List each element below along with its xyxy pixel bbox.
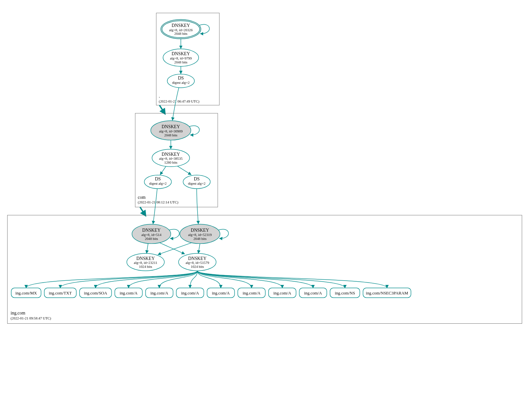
ing-ksk2-node: DNSKEY alg=8, id=52319 2048 bits xyxy=(180,224,220,244)
svg-text:2048 bits: 2048 bits xyxy=(145,237,158,241)
rr-node: ing.com/A xyxy=(176,288,204,298)
rr-node: ing.com/A xyxy=(207,288,235,298)
com-ds2-node: DS digest alg=2 xyxy=(183,175,210,189)
ing-zsk2-node: DNSKEY alg=8, id=51579 1024 bits xyxy=(179,253,216,271)
com-ksk-node: DNSKEY alg=8, id=30909 2048 bits xyxy=(151,121,191,140)
svg-text:alg=8, id=514: alg=8, id=514 xyxy=(141,233,161,237)
rr-node: ing.com/NS xyxy=(330,288,360,298)
edge-com-ds2-to-ing-ksk2 xyxy=(197,189,198,224)
zone-root-ts: (2022-01-21 06:47:49 UTC) xyxy=(159,99,200,104)
ing-ksk1-node: DNSKEY alg=8, id=514 2048 bits xyxy=(132,224,171,244)
svg-text:alg=8, id=9799: alg=8, id=9799 xyxy=(170,56,192,60)
rr-label: ing.com/A xyxy=(181,291,199,295)
root-zsk-node: DNSKEY alg=8, id=9799 2048 bits xyxy=(163,49,199,66)
zone-com: com (2022-01-21 08:12:14 UTC) DNSKEY alg… xyxy=(135,113,218,207)
svg-text:1024 bits: 1024 bits xyxy=(191,265,204,268)
svg-text:DNSKEY: DNSKEY xyxy=(162,152,180,157)
svg-text:DS: DS xyxy=(194,176,200,181)
rr-node: ing.com/A xyxy=(115,288,142,298)
rr-label: ing.com/A xyxy=(120,291,138,295)
svg-text:2048 bits: 2048 bits xyxy=(193,237,206,241)
svg-text:alg=8, id=38535: alg=8, id=38535 xyxy=(159,156,183,160)
rr-label: ing.com/SOA xyxy=(84,291,107,295)
edge-zsk-to-rr xyxy=(129,271,197,288)
rr-edges xyxy=(26,271,387,288)
dnssec-graph: . (2022-01-21 06:47:49 UTC) DNSKEY alg=8… xyxy=(3,3,526,417)
rr-node: ing.com/SOA xyxy=(80,288,111,298)
ing-zsk1-node: DNSKEY alg=8, id=23211 1024 bits xyxy=(127,253,164,271)
svg-text:DNSKEY: DNSKEY xyxy=(188,256,206,261)
svg-text:alg=8, id=52319: alg=8, id=52319 xyxy=(188,233,212,237)
zone-root-name: . xyxy=(159,94,160,99)
svg-text:digest alg=2: digest alg=2 xyxy=(172,81,189,84)
edge-root-ds-to-com-ksk xyxy=(172,87,179,120)
svg-text:DS: DS xyxy=(155,176,161,181)
rr-label: ing.com/A xyxy=(243,291,261,295)
com-zsk-node: DNSKEY alg=8, id=38535 1280 bits xyxy=(152,149,189,167)
rr-node: ing.com/A xyxy=(238,288,265,298)
zone-com-name: com xyxy=(138,195,146,200)
svg-text:DNSKEY: DNSKEY xyxy=(191,228,209,233)
rr-label: ing.com/NS xyxy=(335,291,355,295)
rr-node: ing.com/A xyxy=(269,288,296,298)
svg-text:digest alg=2: digest alg=2 xyxy=(188,181,205,185)
svg-text:2048 bits: 2048 bits xyxy=(164,133,178,137)
svg-rect-28 xyxy=(7,215,522,324)
edge-com-zsk-ds2 xyxy=(177,166,191,175)
rr-node: ing.com/NSEC3PARAM xyxy=(363,288,411,298)
svg-text:alg=8, id=20326: alg=8, id=20326 xyxy=(169,28,193,32)
rr-label: ing.com/TXT xyxy=(49,291,72,295)
rr-label: ing.com/MX xyxy=(15,291,37,295)
zone-ing-ts: (2022-01-21 09:58:47 UTC) xyxy=(11,316,51,320)
edge-ing-ksk1-zsk1 xyxy=(147,243,148,253)
rr-node: ing.com/A xyxy=(146,288,173,298)
svg-text:DNSKEY: DNSKEY xyxy=(142,228,161,233)
rr-node: ing.com/TXT xyxy=(44,288,76,298)
root-ds-node: DS digest alg=2 xyxy=(167,74,195,88)
edge-ing-ksk1-zsk2 xyxy=(159,243,185,254)
root-ksk-node: DNSKEY alg=8, id=20326 2048 bits xyxy=(161,19,201,39)
zone-com-ts: (2022-01-21 08:12:14 UTC) xyxy=(138,200,179,204)
com-ds1-node: DS digest alg=2 xyxy=(144,175,172,189)
svg-text:2048 bits: 2048 bits xyxy=(174,60,187,64)
svg-text:alg=8, id=51579: alg=8, id=51579 xyxy=(185,261,209,265)
svg-text:2048 bits: 2048 bits xyxy=(174,32,187,35)
zone-ing: ing.com (2022-01-21 09:58:47 UTC) DNSKEY… xyxy=(7,215,522,324)
rr-node: ing.com/MX xyxy=(11,288,41,298)
svg-text:1024 bits: 1024 bits xyxy=(139,265,152,268)
rr-node: ing.com/A xyxy=(299,288,327,298)
svg-text:alg=8, id=30909: alg=8, id=30909 xyxy=(159,129,183,133)
svg-text:DNSKEY: DNSKEY xyxy=(172,23,190,28)
svg-text:digest alg=2: digest alg=2 xyxy=(149,181,167,185)
rr-label: ing.com/A xyxy=(304,291,322,295)
svg-text:DNSKEY: DNSKEY xyxy=(136,256,155,261)
svg-text:DNSKEY: DNSKEY xyxy=(172,51,190,56)
edge-ing-ksk2-zsk2 xyxy=(198,244,200,253)
svg-text:DS: DS xyxy=(178,76,184,81)
rr-label: ing.com/A xyxy=(212,291,230,295)
svg-text:DNSKEY: DNSKEY xyxy=(162,124,180,129)
rr-row: ing.com/MXing.com/TXTing.com/SOAing.com/… xyxy=(11,288,411,298)
svg-text:alg=8, id=23211: alg=8, id=23211 xyxy=(134,261,157,265)
rr-label: ing.com/A xyxy=(150,291,168,295)
edge-com-zsk-ds1 xyxy=(160,166,166,175)
edge-com-ds1-to-ing-ksk1 xyxy=(153,189,157,224)
zone-ing-name: ing.com xyxy=(11,311,25,315)
rr-label: ing.com/A xyxy=(273,291,291,295)
svg-text:1280 bits: 1280 bits xyxy=(164,160,178,164)
edge-zsk-to-rr xyxy=(197,271,282,288)
zone-root: . (2022-01-21 06:47:49 UTC) DNSKEY alg=8… xyxy=(156,13,219,105)
edge-root-to-com-deleg xyxy=(159,105,165,113)
edge-com-to-ing-deleg xyxy=(140,207,145,215)
rr-label: ing.com/NSEC3PARAM xyxy=(366,291,408,295)
